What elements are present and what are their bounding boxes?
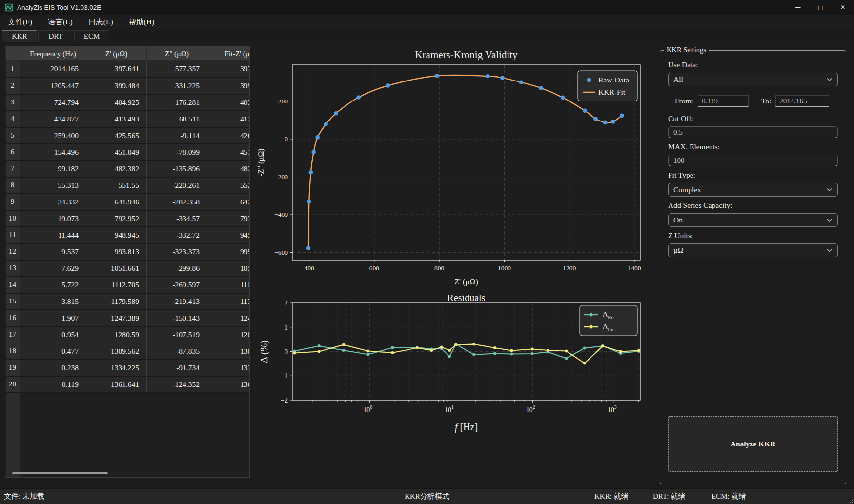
cell-z-im[interactable]: -282.358 xyxy=(147,194,207,210)
cell-fit-z-re[interactable]: 1331 xyxy=(207,360,250,376)
fit-type-select[interactable]: Complex xyxy=(668,183,838,197)
table-row[interactable]: 3724.794404.925176.281403 xyxy=(6,94,250,111)
cell-frequency[interactable]: 34.332 xyxy=(20,194,86,210)
cell-frequency[interactable]: 7.629 xyxy=(20,260,86,277)
cell-z-re[interactable]: 1179.589 xyxy=(86,293,147,310)
table-row[interactable]: 153.8151179.589-219.4131177 xyxy=(6,293,250,310)
cell-z-im[interactable]: -219.413 xyxy=(147,293,207,310)
cell-fit-z-re[interactable]: 1309 xyxy=(207,343,250,360)
cell-fit-z-re[interactable]: 552 xyxy=(207,177,250,194)
table-row[interactable]: 1111.444948.945-332.72945 xyxy=(6,227,250,243)
cell-z-re[interactable]: 948.945 xyxy=(86,227,147,243)
cell-frequency[interactable]: 0.954 xyxy=(20,326,86,343)
row-number[interactable]: 12 xyxy=(6,243,20,260)
cell-fit-z-re[interactable]: 399 xyxy=(207,78,250,94)
menu-log[interactable]: 日志(L) xyxy=(82,16,119,29)
cell-fit-z-re[interactable]: 397 xyxy=(207,61,250,78)
table-row[interactable]: 4434.877413.49368.511412 xyxy=(6,111,250,127)
cell-fit-z-re[interactable]: 403 xyxy=(207,94,250,111)
cell-frequency[interactable]: 0.119 xyxy=(20,376,86,393)
cell-fit-z-re[interactable]: 426 xyxy=(207,127,250,144)
maximize-button[interactable]: ◻ xyxy=(809,0,832,15)
cell-z-im[interactable]: 176.281 xyxy=(147,94,207,111)
cell-frequency[interactable]: 99.182 xyxy=(20,161,86,177)
use-data-select[interactable]: All xyxy=(668,73,838,86)
minimize-button[interactable]: — xyxy=(787,0,809,15)
cell-frequency[interactable]: 9.537 xyxy=(20,243,86,260)
row-number[interactable]: 4 xyxy=(6,111,20,127)
analyze-kkr-button[interactable]: Analyze KKR xyxy=(668,416,838,472)
col-header-frequency[interactable]: Frequency (Hz) xyxy=(20,47,86,61)
cell-frequency[interactable]: 19.073 xyxy=(20,210,86,227)
cell-z-re[interactable]: 1280.59 xyxy=(86,326,147,343)
cell-fit-z-re[interactable]: 1362 xyxy=(207,376,250,393)
tab-drt[interactable]: DRT xyxy=(38,30,73,42)
row-number[interactable]: 6 xyxy=(6,144,20,161)
cell-frequency[interactable]: 2014.165 xyxy=(20,61,86,78)
cell-z-re[interactable]: 551.55 xyxy=(86,177,147,194)
cell-z-im[interactable]: -87.835 xyxy=(147,343,207,360)
cell-frequency[interactable]: 724.794 xyxy=(20,94,86,111)
row-number[interactable]: 20 xyxy=(6,376,20,393)
col-header-z-re[interactable]: Z' (µΩ) xyxy=(86,47,147,61)
menu-language[interactable]: 语言(L) xyxy=(42,16,79,29)
row-number[interactable]: 15 xyxy=(6,293,20,310)
row-number[interactable]: 19 xyxy=(6,360,20,376)
cell-frequency[interactable]: 5.722 xyxy=(20,277,86,293)
col-header-fit-z-re[interactable]: Fit-Z' (µΩ) xyxy=(207,47,250,61)
table-row[interactable]: 934.332641.946-282.358642 xyxy=(6,194,250,210)
cell-z-re[interactable]: 641.946 xyxy=(86,194,147,210)
close-button[interactable]: ✕ xyxy=(832,0,854,15)
table-row[interactable]: 855.313551.55-220.261552 xyxy=(6,177,250,194)
cell-z-re[interactable]: 482.382 xyxy=(86,161,147,177)
cell-frequency[interactable]: 434.877 xyxy=(20,111,86,127)
resize-grip-icon[interactable] xyxy=(848,498,853,503)
charts-scrollbar[interactable] xyxy=(254,484,653,484)
cutoff-input[interactable] xyxy=(668,126,838,138)
table-row[interactable]: 161.9071247.389-150.1431245 xyxy=(6,310,250,326)
table-row[interactable]: 129.537993.813-323.373995 xyxy=(6,243,250,260)
to-input[interactable] xyxy=(775,95,829,107)
table-horizontal-scrollbar[interactable] xyxy=(12,472,108,474)
table-row[interactable]: 21205.447399.484331.225399 xyxy=(6,78,250,94)
cell-fit-z-re[interactable]: 1050 xyxy=(207,260,250,277)
cell-fit-z-re[interactable]: 1282 xyxy=(207,326,250,343)
table-row[interactable]: 190.2381334.225-91.7341331 xyxy=(6,360,250,376)
cell-frequency[interactable]: 0.238 xyxy=(20,360,86,376)
cell-z-re[interactable]: 1247.389 xyxy=(86,310,147,326)
cell-z-re[interactable]: 413.493 xyxy=(86,111,147,127)
cell-z-re[interactable]: 404.925 xyxy=(86,94,147,111)
cell-z-re[interactable]: 1112.705 xyxy=(86,277,147,293)
menu-help[interactable]: 帮助(H) xyxy=(123,16,161,29)
row-number[interactable]: 18 xyxy=(6,343,20,360)
cell-z-im[interactable]: -332.72 xyxy=(147,227,207,243)
menu-file[interactable]: 文件(F) xyxy=(2,16,38,29)
row-number[interactable]: 16 xyxy=(6,310,20,326)
cell-frequency[interactable]: 154.496 xyxy=(20,144,86,161)
cell-fit-z-re[interactable]: 482 xyxy=(207,161,250,177)
cell-z-re[interactable]: 1309.562 xyxy=(86,343,147,360)
cell-z-im[interactable]: -323.373 xyxy=(147,243,207,260)
table-row[interactable]: 180.4771309.562-87.8351309 xyxy=(6,343,250,360)
cell-z-im[interactable]: 68.511 xyxy=(147,111,207,127)
table-row[interactable]: 170.9541280.59-107.5191282 xyxy=(6,326,250,343)
from-input[interactable] xyxy=(698,95,749,107)
row-number[interactable]: 8 xyxy=(6,177,20,194)
cell-fit-z-re[interactable]: 793 xyxy=(207,210,250,227)
cell-z-re[interactable]: 397.641 xyxy=(86,61,147,78)
cell-frequency[interactable]: 3.815 xyxy=(20,293,86,310)
table-row[interactable]: 137.6291051.661-299.861050 xyxy=(6,260,250,277)
row-number[interactable]: 1 xyxy=(6,61,20,78)
cell-fit-z-re[interactable]: 995 xyxy=(207,243,250,260)
cell-z-im[interactable]: -107.519 xyxy=(147,326,207,343)
row-number[interactable]: 5 xyxy=(6,127,20,144)
cell-z-im[interactable]: -150.143 xyxy=(147,310,207,326)
cell-z-im[interactable]: -135.896 xyxy=(147,161,207,177)
row-number[interactable]: 11 xyxy=(6,227,20,243)
cell-z-im[interactable]: -124.352 xyxy=(147,376,207,393)
cell-z-re[interactable]: 792.952 xyxy=(86,210,147,227)
row-number[interactable]: 7 xyxy=(6,161,20,177)
cell-fit-z-re[interactable]: 945 xyxy=(207,227,250,243)
cell-z-im[interactable]: -78.099 xyxy=(147,144,207,161)
table-row[interactable]: 799.182482.382-135.896482 xyxy=(6,161,250,177)
